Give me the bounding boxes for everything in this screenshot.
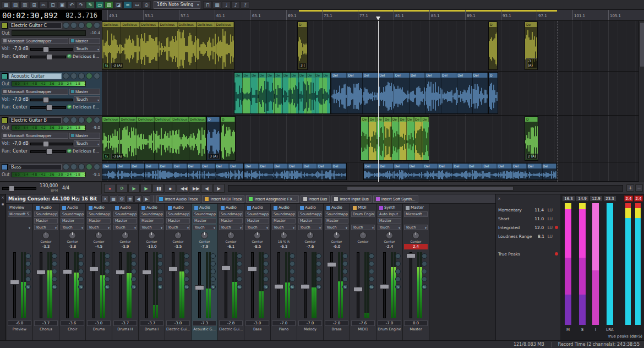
timecode-display[interactable]: 00:02:30,892 <box>0 11 58 20</box>
solo-button[interactable] <box>52 269 57 274</box>
fx-button[interactable]: fx <box>290 284 295 290</box>
record-arm-button[interactable] <box>131 253 137 259</box>
track-header[interactable]: Electric Guitar COut-10.4Microsoft Sound… <box>0 21 102 72</box>
fx-button[interactable] <box>86 164 92 170</box>
pan-knob[interactable] <box>254 232 261 239</box>
solo-button[interactable] <box>184 269 189 274</box>
fx-button[interactable]: fx <box>184 284 189 290</box>
pan-value[interactable]: Center <box>13 54 29 59</box>
strip-output-button[interactable]: Master <box>325 218 348 224</box>
strip-output-button[interactable]: Master <box>34 218 58 224</box>
clip-badge[interactable]: fx <box>103 154 110 159</box>
play-button[interactable]: ▶ <box>140 184 152 193</box>
strip-name-label[interactable]: MIDI1 <box>351 326 375 333</box>
pan-slider-handle[interactable] <box>46 54 52 60</box>
phase-button[interactable] <box>25 276 31 282</box>
mute-button[interactable] <box>25 261 31 267</box>
phase-button[interactable] <box>369 276 374 282</box>
record-arm-button[interactable] <box>395 253 401 259</box>
audio-clip[interactable]: De-3 (A) <box>525 21 538 70</box>
time-signature[interactable]: 4/4 <box>62 186 69 191</box>
strip-output-button[interactable]: Master <box>166 218 190 224</box>
snap-toggle-icon[interactable]: ⊓ <box>203 1 212 9</box>
fx-button[interactable]: fx <box>25 284 31 290</box>
audio-clip[interactable]: D3 ( <box>297 21 308 70</box>
strip-automation-dropdown[interactable]: Touch <box>166 225 190 230</box>
record-arm-button[interactable] <box>237 253 242 259</box>
mixer-channel-strip[interactable]: AudioSoundmapperMasterTouchCenter-3.9fx-… <box>112 204 139 341</box>
strip-device-button[interactable]: Soundmapper <box>325 211 348 217</box>
phase-button[interactable] <box>422 276 427 282</box>
clip-badge[interactable]: fx <box>103 63 110 68</box>
playhead[interactable] <box>378 21 379 182</box>
strip-name-label[interactable]: Drums <box>87 326 111 333</box>
record-arm-button[interactable] <box>184 253 189 259</box>
stop-button[interactable]: ■ <box>165 184 176 193</box>
strip-automation-dropdown[interactable]: Touch <box>378 225 401 230</box>
strip-device-button[interactable]: Microsoft S... <box>8 211 31 217</box>
pan-knob[interactable] <box>333 232 340 239</box>
strip-name-label[interactable]: Melody <box>298 326 322 333</box>
solo-button[interactable] <box>342 269 348 274</box>
true-peaks-clip-led[interactable] <box>555 252 558 255</box>
strip-automation-dropdown[interactable]: Touch <box>87 225 111 230</box>
pan-knob[interactable] <box>174 232 182 239</box>
strip-automation-dropdown[interactable]: Touch <box>272 225 296 230</box>
bus-button[interactable]: Master <box>69 89 100 95</box>
vertical-scrollbar-handle[interactable] <box>640 22 644 67</box>
fader-handle[interactable] <box>327 262 336 267</box>
phase-button[interactable] <box>105 276 110 282</box>
solo-button[interactable] <box>78 73 85 79</box>
audio-clip[interactable]: D2 (A) <box>525 116 538 161</box>
strip-device-button[interactable]: Soundmapper <box>34 211 58 217</box>
mute-button[interactable] <box>290 261 295 267</box>
strip-output-button[interactable]: Master <box>245 218 269 224</box>
mixer-channel-strip[interactable]: MIDIDrum EngineTouchCenterfx-7.6MIDI1 <box>350 204 376 341</box>
fader-handle[interactable] <box>406 253 416 258</box>
fx-button[interactable]: fx <box>422 284 427 290</box>
automation-button[interactable] <box>94 164 100 170</box>
strip-device-button[interactable]: Drum Engine <box>351 211 375 217</box>
zoom-out-button[interactable]: − <box>635 184 643 192</box>
automation-button[interactable] <box>94 117 100 123</box>
loudness-close-icon[interactable]: × <box>498 197 501 201</box>
track-fx-chip[interactable]: ⟳Delicious E... <box>67 105 100 110</box>
strip-automation-dropdown[interactable]: Touch <box>219 225 243 230</box>
strip-output-button[interactable]: Master <box>87 218 111 224</box>
pan-knob[interactable] <box>359 232 367 239</box>
phase-button[interactable] <box>342 276 348 282</box>
slider-handle[interactable] <box>9 186 14 192</box>
solo-button[interactable] <box>157 269 163 274</box>
phase-button[interactable] <box>78 276 84 282</box>
mixer-channel-strip[interactable]: AudioSoundmapperMasterTouchCenter-4.5fx-… <box>86 204 112 341</box>
phase-button[interactable] <box>157 276 163 282</box>
audio-clip[interactable]: DelDelDelDelDelDelDelDelDelDel <box>331 72 488 114</box>
fader-handle[interactable] <box>142 270 151 275</box>
strip-name-label[interactable]: Preview <box>8 326 31 333</box>
mixer-channel-strip[interactable]: AudioSoundmapperMasterTouchCenter-3.8fx-… <box>59 204 86 341</box>
help-what-is-this-icon[interactable]: ? <box>241 1 249 9</box>
zoom-tool-icon[interactable]: ⊙ <box>142 1 151 9</box>
automation-mode-dropdown[interactable]: Touch <box>74 96 100 102</box>
strip-name-label[interactable]: Drums I <box>140 326 163 333</box>
paint-tool-icon[interactable]: ▨ <box>105 1 113 9</box>
mute-button[interactable] <box>369 261 374 267</box>
strip-name-label[interactable]: Piano <box>272 326 296 333</box>
beats-display[interactable]: 82.3.716 <box>66 12 97 19</box>
insert-bus-button[interactable]: Insert Bus <box>301 195 330 203</box>
strip-output-button[interactable]: Master <box>272 218 296 224</box>
mute-button[interactable] <box>263 261 269 267</box>
fx-button[interactable]: fx <box>157 284 163 290</box>
fx-button[interactable]: fx <box>395 284 401 290</box>
track-name[interactable]: Acoustic Guitar <box>9 73 62 79</box>
loop-region-bar[interactable] <box>299 10 557 12</box>
audio-clip[interactable]: D3 (A) <box>206 116 220 161</box>
solo-button[interactable] <box>78 269 84 274</box>
strip-output-button[interactable]: Master <box>113 218 137 224</box>
device-button[interactable]: Microsoft Soundmapper <box>2 89 68 95</box>
strip-device-button[interactable]: Soundmapper <box>272 211 296 217</box>
fx-button[interactable]: fx <box>78 284 84 290</box>
audio-clip[interactable]: D <box>220 116 236 161</box>
solo-button[interactable] <box>78 117 85 123</box>
pan-knob[interactable] <box>42 232 50 239</box>
